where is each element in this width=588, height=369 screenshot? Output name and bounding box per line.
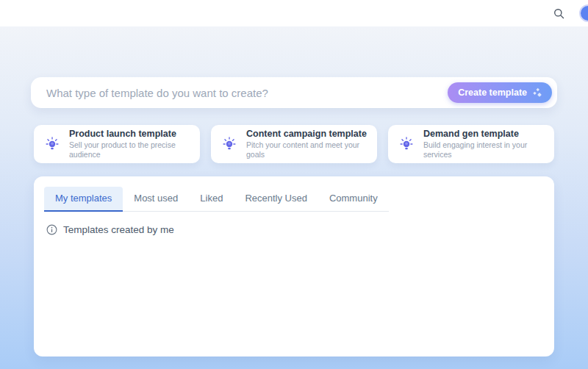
card-title: Content campaign template: [246, 128, 367, 140]
user-avatar[interactable]: [579, 4, 588, 22]
card-subtitle: Sell your product to the precise audienc…: [69, 140, 190, 160]
card-subtitle: Build engaging interest in your services: [423, 140, 544, 160]
search-icon[interactable]: [551, 6, 566, 21]
tab-most-used[interactable]: Most used: [123, 187, 189, 212]
create-template-button[interactable]: Create template: [448, 82, 552, 103]
templates-tab-bar: My templates Most used Liked Recently Us…: [44, 187, 389, 212]
empty-state-text: Templates created by me: [63, 224, 174, 235]
tab-liked[interactable]: Liked: [189, 187, 234, 212]
tab-community[interactable]: Community: [318, 187, 389, 212]
card-text: Content campaign template Pitch your con…: [246, 128, 367, 160]
tab-recently-used[interactable]: Recently Used: [234, 187, 318, 212]
main-area: Create template: [0, 26, 588, 369]
lightbulb-icon: [221, 136, 237, 152]
card-text: Product launch template Sell your produc…: [69, 128, 190, 160]
empty-state: Templates created by me: [46, 224, 544, 235]
template-prompt-bar: Create template: [31, 77, 557, 108]
tab-my-templates[interactable]: My templates: [44, 187, 123, 212]
templates-panel: My templates Most used Liked Recently Us…: [34, 176, 554, 357]
lightbulb-icon: [44, 136, 60, 152]
info-icon: [46, 224, 57, 235]
card-title: Demand gen template: [423, 128, 544, 140]
card-product-launch-template[interactable]: Product launch template Sell your produc…: [34, 125, 200, 163]
template-suggestions: Product launch template Sell your produc…: [34, 125, 554, 163]
card-subtitle: Pitch your content and meet your goals: [246, 140, 367, 160]
card-demand-gen-template[interactable]: Demand gen template Build engaging inter…: [388, 125, 554, 163]
create-template-label: Create template: [458, 87, 527, 98]
lightbulb-icon: [398, 136, 415, 152]
sparkles-icon: [532, 87, 543, 98]
card-content-campaign-template[interactable]: Content campaign template Pitch your con…: [211, 125, 377, 163]
top-bar: [0, 0, 588, 26]
card-title: Product launch template: [69, 128, 190, 140]
card-text: Demand gen template Build engaging inter…: [423, 128, 544, 160]
